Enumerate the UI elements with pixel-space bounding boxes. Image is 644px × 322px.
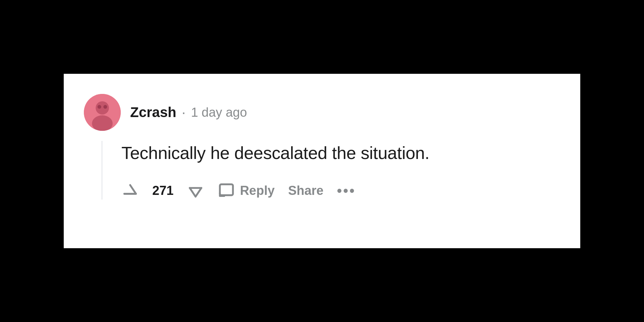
svg-point-2 <box>92 115 113 131</box>
svg-point-1 <box>96 101 109 115</box>
dot-separator: · <box>182 104 186 120</box>
reply-label: Reply <box>240 183 274 198</box>
comment-card: Zcrash · 1 day ago Technically he deesca… <box>64 74 580 248</box>
downvote-button[interactable] <box>187 182 204 200</box>
reply-icon <box>218 182 235 200</box>
share-label: Share <box>288 183 324 198</box>
downvote-icon <box>187 182 204 200</box>
username: Zcrash <box>130 104 176 120</box>
comment-body: Technically he deescalated the situation… <box>101 141 560 200</box>
svg-rect-7 <box>220 184 233 195</box>
svg-point-3 <box>98 105 101 109</box>
comment-actions: 271 Reply Share ••• <box>121 182 560 200</box>
upvote-icon <box>121 182 139 200</box>
avatar <box>84 94 121 131</box>
comment-text: Technically he deescalated the situation… <box>121 141 560 165</box>
upvote-button[interactable] <box>121 182 139 200</box>
more-button[interactable]: ••• <box>337 183 356 199</box>
comment-header: Zcrash · 1 day ago <box>84 94 560 131</box>
vote-count: 271 <box>152 183 173 198</box>
user-info: Zcrash · 1 day ago <box>130 104 247 120</box>
svg-point-4 <box>103 105 107 109</box>
timestamp: 1 day ago <box>191 105 247 120</box>
share-button[interactable]: Share <box>288 183 324 198</box>
reply-button[interactable]: Reply <box>218 182 274 200</box>
